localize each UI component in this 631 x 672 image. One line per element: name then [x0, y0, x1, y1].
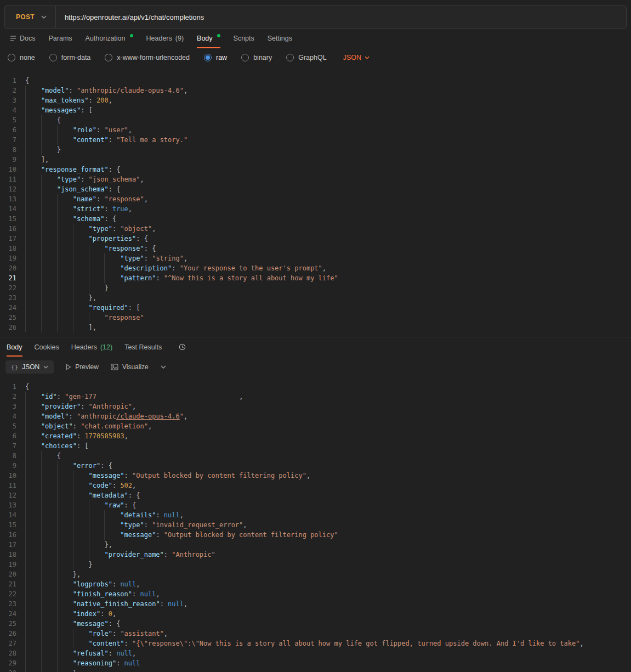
- history-icon[interactable]: [178, 337, 186, 357]
- indent-guide: [73, 471, 89, 481]
- body-type-x-www-form-urlencoded[interactable]: x-www-form-urlencoded: [105, 54, 190, 61]
- indent-guide: [57, 273, 73, 283]
- body-type-none[interactable]: none: [8, 54, 35, 61]
- code-content: },: [25, 293, 96, 303]
- preview-button[interactable]: Preview: [66, 363, 99, 371]
- code-content: "pattern": "^Now this is a story all abo…: [25, 273, 338, 283]
- body-type-label: binary: [253, 54, 272, 61]
- chevron-down-icon[interactable]: [161, 365, 166, 369]
- tab-docs[interactable]: Docs: [10, 29, 35, 48]
- tab-label: Body: [7, 343, 22, 351]
- body-type-form-data[interactable]: form-data: [49, 54, 91, 61]
- indent-guide: [57, 569, 73, 579]
- request-tabs: DocsParamsAuthorizationHeaders(9)BodyScr…: [0, 29, 631, 48]
- code-line: 18"response": {: [0, 244, 631, 253]
- request-url-bar: POST: [4, 5, 627, 29]
- indent-guide: [25, 421, 41, 431]
- indent-guide: [104, 510, 120, 520]
- line-number: 26: [0, 629, 25, 639]
- radio-selected-icon: [204, 54, 212, 61]
- tab-label: Headers: [71, 343, 97, 351]
- tab-authorization[interactable]: Authorization: [86, 29, 133, 48]
- tab-body[interactable]: Body: [7, 337, 22, 357]
- method-dropdown[interactable]: POST: [5, 6, 56, 28]
- tab-headers[interactable]: Headers(12): [71, 337, 112, 357]
- indent-guide: [25, 165, 41, 174]
- tab-scripts[interactable]: Scripts: [234, 29, 254, 48]
- tab-settings[interactable]: Settings: [268, 29, 292, 48]
- code-line: 15"schema": {: [0, 214, 631, 224]
- indent-guide: [25, 184, 41, 194]
- indent-guide: [41, 115, 57, 125]
- request-body-editor[interactable]: 1{2"model": "anthropic/claude-opus-4.6",…: [0, 67, 631, 332]
- code-content: "details": null,: [25, 510, 184, 520]
- line-number: 11: [0, 481, 25, 490]
- code-content: "metadata": {: [25, 490, 140, 500]
- indent-guide: [25, 481, 41, 490]
- line-number: 21: [0, 273, 25, 283]
- line-number: 3: [0, 95, 25, 105]
- indent-guide: [73, 283, 89, 293]
- indent-guide: [57, 461, 73, 471]
- line-number: 13: [0, 500, 25, 510]
- code-content: "role": "assistant",: [25, 629, 168, 639]
- indent-guide: [25, 490, 41, 500]
- tab-cookies[interactable]: Cookies: [35, 337, 59, 357]
- indent-guide: [25, 204, 41, 214]
- response-format-dropdown[interactable]: {} JSON: [5, 360, 54, 374]
- tab-params[interactable]: Params: [48, 29, 72, 48]
- code-line: 9"error": {: [0, 461, 631, 471]
- line-number: 24: [0, 303, 25, 313]
- visualize-label: Visualize: [122, 363, 149, 371]
- tab-test-results[interactable]: Test Results: [124, 337, 162, 357]
- code-content: "reasoning": null: [25, 658, 140, 668]
- line-number: 17: [0, 540, 25, 550]
- line-number: 1: [0, 382, 25, 392]
- indent-guide: [57, 204, 73, 214]
- indent-guide: [25, 510, 41, 520]
- indent-guide: [41, 293, 57, 303]
- code-content: "refusal": null,: [25, 648, 136, 658]
- indent-guide: [73, 263, 89, 273]
- indent-guide: [25, 441, 41, 451]
- indent-guide: [73, 273, 89, 283]
- indent-guide: [73, 639, 89, 648]
- raw-language-dropdown[interactable]: JSON: [343, 54, 369, 61]
- code-content: {: [25, 382, 29, 392]
- response-toolbar: {} JSON Preview Visualize: [0, 357, 631, 377]
- indent-guide: [41, 125, 57, 135]
- line-number: 5: [0, 421, 25, 431]
- line-number: 19: [0, 560, 25, 569]
- line-number: 24: [0, 609, 25, 619]
- method-label: POST: [16, 13, 35, 21]
- indent-guide: [57, 540, 73, 550]
- indent-guide: [41, 658, 57, 668]
- code-line: 23"native_finish_reason": null,: [0, 599, 631, 609]
- visualize-button[interactable]: Visualize: [111, 363, 149, 371]
- indent-guide: [41, 490, 57, 500]
- code-line: 24"required": [: [0, 303, 631, 313]
- tab-body[interactable]: Body: [197, 29, 220, 48]
- indent-guide: [25, 668, 41, 672]
- body-type-binary[interactable]: binary: [241, 54, 272, 61]
- indent-guide: [89, 263, 105, 273]
- chevron-down-icon: [43, 365, 48, 369]
- indent-guide: [73, 323, 89, 332]
- body-type-raw[interactable]: raw: [204, 54, 227, 61]
- url-input[interactable]: [56, 6, 626, 28]
- indent-guide: [57, 510, 73, 520]
- indent-guide: [25, 273, 41, 283]
- indent-guide: [57, 293, 73, 303]
- indent-guide: [41, 520, 57, 530]
- tab-count: (9): [175, 35, 184, 42]
- response-body-editor[interactable]: 1{2"id": "gen-177 ,3"provider": "Anthrop…: [0, 377, 631, 672]
- line-number: 9: [0, 155, 25, 165]
- indent-guide: [73, 560, 89, 569]
- indent-guide: [25, 313, 41, 323]
- indent-guide: [41, 668, 57, 672]
- indent-guide: [25, 145, 41, 155]
- tab-headers[interactable]: Headers(9): [146, 29, 184, 48]
- raw-language-label: JSON: [343, 54, 361, 61]
- indent-guide: [57, 313, 73, 323]
- body-type-graphql[interactable]: GraphQL: [286, 54, 326, 61]
